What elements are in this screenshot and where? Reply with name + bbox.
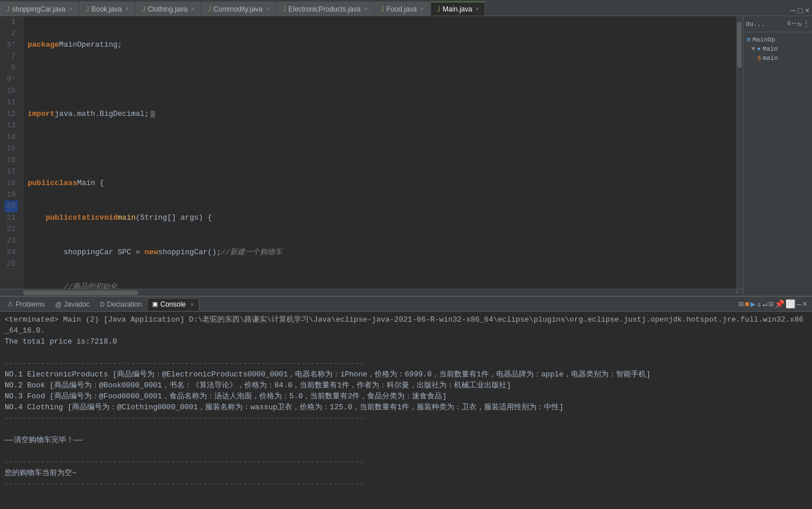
java-icon-1: J (86, 5, 89, 13)
close-tab-0[interactable]: × (69, 6, 73, 12)
minimize-view-btn[interactable]: — (796, 300, 801, 309)
bottom-tab-bar: ⚠ Problems @ Javadoc D Declaration ▣ Con… (0, 297, 812, 312)
tab-shoppingcar[interactable]: J shoppingCar.java × (0, 2, 79, 16)
tab-javadoc[interactable]: @ Javadoc (50, 298, 95, 311)
minimize-btn[interactable]: ─ (791, 6, 795, 16)
open-console-btn[interactable]: ⊡ (769, 299, 773, 309)
tree-item-mainop[interactable]: ⊞ MainOp (745, 35, 811, 44)
editor-content: 1 2 3* 7 8 9° 10 11 12 13 14 15 16 17 18… (0, 16, 743, 289)
console-divider-1: ----------------------------------------… (5, 358, 807, 369)
close-tab-1[interactable]: × (125, 6, 129, 12)
tab-main[interactable]: J Main.java × (430, 2, 485, 16)
close-tab-2[interactable]: × (191, 6, 195, 12)
console-divider-3: ----------------------------------------… (5, 457, 807, 467)
collapse-all-icon[interactable]: ≡ (787, 20, 791, 28)
more-icon[interactable]: ⋮ (803, 20, 810, 28)
tab-food[interactable]: J Food.java × (375, 2, 430, 16)
code-line-2 (28, 74, 736, 85)
javadoc-icon: @ (55, 301, 62, 308)
code-line-3: import java.math.BigDecimal; (28, 108, 736, 120)
restore-btn[interactable]: □ (798, 6, 802, 16)
code-line-8: public class Main { (28, 178, 736, 189)
console-total-price: The total price is:7218.0 (5, 336, 807, 347)
dollar-icon: $ (757, 55, 761, 62)
console-no2: NO.2 Book [商品编号为：@Book0000_0001，书名：《算法导论… (5, 380, 807, 391)
tree-item-main-method[interactable]: $ main (745, 54, 811, 63)
pin-btn[interactable]: 📌 (775, 299, 784, 309)
console-icon: ▣ (152, 300, 158, 308)
code-line-1: package MainOperating; (28, 39, 736, 51)
scroll-right-arrow[interactable]: › (731, 289, 743, 296)
close-console-tab[interactable]: × (190, 301, 194, 308)
link-icon[interactable]: ↔ (792, 20, 796, 28)
close-view-btn[interactable]: × (803, 300, 807, 309)
close-tab-5[interactable]: × (420, 6, 424, 12)
problems-icon: ⚠ (7, 300, 13, 308)
h-scrollbar-thumb[interactable] (23, 291, 138, 295)
console-clear-msg: ——清空购物车完毕！—— (5, 435, 807, 446)
editor-scrollbar[interactable] (736, 16, 743, 289)
bottom-panel: ⚠ Problems @ Javadoc D Declaration ▣ Con… (0, 296, 812, 509)
close-tab-4[interactable]: × (364, 6, 368, 12)
tab-console[interactable]: ▣ Console × (147, 298, 199, 311)
code-editor[interactable]: package MainOperating; import java.math.… (23, 16, 736, 289)
stop-btn[interactable]: ■ (745, 300, 749, 309)
code-line-11: //商品的初始化 (28, 281, 736, 289)
tab-bar: J shoppingCar.java × J Book.java × J Clo… (0, 0, 812, 16)
clear-console-btn[interactable]: ⊟ (739, 299, 743, 309)
code-line-9: public static void main(String[] args) { (28, 212, 736, 224)
tab-book[interactable]: J Book.java × (80, 2, 135, 16)
main-area: 1 2 3* 7 8 9° 10 11 12 13 14 15 16 17 18… (0, 16, 812, 296)
pkg-icon: ⊞ (747, 36, 751, 43)
code-line-10: shoppingCar SPC = new shoppingCar();//新建… (28, 247, 736, 258)
right-panel: Ou... ≡ ↔ ↻ ⋮ ⊞ MainOp ▼ ● Main $ main (743, 16, 812, 296)
console-terminated-line: <terminated> Main (2) [Java Application]… (5, 314, 807, 336)
tab-clothing[interactable]: J Clothing.java × (135, 2, 201, 16)
console-no4: NO.4 Clothing [商品编号为：@Clothing0000_0001，… (5, 402, 807, 413)
console-divider-4: ----------------------------------------… (5, 478, 807, 489)
close-tab-6[interactable]: × (475, 6, 479, 12)
scroll-lock-btn[interactable]: ⇓ (757, 299, 761, 309)
circle-icon: ● (757, 46, 761, 52)
java-icon-2: J (142, 5, 145, 13)
word-wrap-btn[interactable]: ↵ (762, 299, 767, 309)
right-panel-title: Ou... (746, 21, 765, 28)
run-btn[interactable]: ▶ (750, 299, 755, 309)
editor-panel: 1 2 3* 7 8 9° 10 11 12 13 14 15 16 17 18… (0, 16, 743, 296)
refresh-icon[interactable]: ↻ (798, 20, 802, 28)
maximize-view-btn[interactable]: ⬜ (785, 299, 795, 309)
java-icon-5: J (381, 5, 384, 13)
close-btn-window[interactable]: × (805, 6, 810, 16)
tab-electronicproducts[interactable]: J ElectronicProducts.java × (276, 2, 373, 16)
console-output: <terminated> Main (2) [Java Application]… (0, 312, 812, 509)
right-panel-toolbar: ≡ ↔ ↻ ⋮ (787, 20, 810, 28)
tab-commodity[interactable]: J Commodity.java × (201, 2, 275, 16)
arrow-down-icon: ▼ (751, 46, 756, 52)
console-no3: NO.3 Food [商品编号为：@Food0000_0001，食品名称为：汤达… (5, 391, 807, 402)
tab-problems[interactable]: ⚠ Problems (2, 298, 50, 311)
console-empty-msg: 您的购物车当前为空~ (5, 467, 807, 478)
tab-declaration[interactable]: D Declaration (95, 298, 148, 311)
console-divider-2: ----------------------------------------… (5, 413, 807, 424)
close-tab-3[interactable]: × (266, 6, 269, 12)
java-icon-3: J (207, 5, 211, 13)
java-icon-0: J (6, 5, 10, 13)
scrollbar-thumb[interactable] (737, 22, 742, 68)
code-line-7 (28, 143, 736, 154)
right-panel-header: Ou... ≡ ↔ ↻ ⋮ (743, 16, 812, 32)
line-numbers: 1 2 3* 7 8 9° 10 11 12 13 14 15 16 17 18… (0, 16, 23, 289)
console-no1: NO.1 ElectronicProducts [商品编号为：@Electron… (5, 369, 807, 380)
java-icon-4: J (282, 5, 286, 13)
declaration-icon: D (100, 301, 105, 308)
java-icon-6: J (437, 5, 440, 13)
tree-item-main[interactable]: ▼ ● Main (745, 44, 811, 54)
